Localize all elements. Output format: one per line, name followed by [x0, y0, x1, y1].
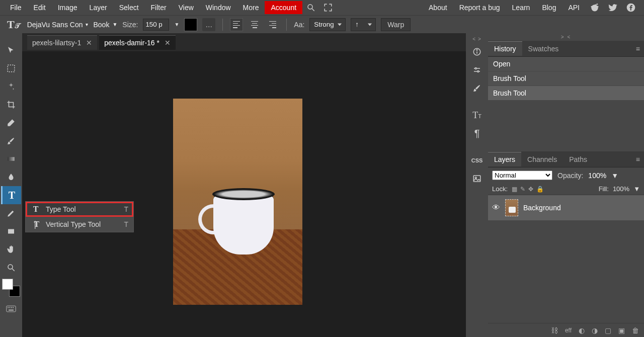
link-blog[interactable]: Blog: [536, 1, 562, 14]
search-icon[interactable]: [302, 1, 319, 14]
color-swap[interactable]: [2, 279, 20, 297]
link-about[interactable]: About: [423, 1, 453, 14]
fullscreen-icon[interactable]: [319, 1, 337, 14]
character-panel-icon[interactable]: TT: [467, 106, 487, 124]
layer-mask-icon[interactable]: ◐: [579, 326, 585, 334]
facebook-icon[interactable]: [622, 1, 640, 15]
collapse-panels-icon[interactable]: > <: [488, 33, 644, 41]
lock-paint-icon[interactable]: ✎: [520, 186, 525, 193]
menu-filter[interactable]: Filter: [145, 1, 173, 14]
history-item[interactable]: Brush Tool: [488, 71, 644, 86]
opacity-caret-icon[interactable]: ▼: [611, 172, 618, 180]
font-size-input[interactable]: [143, 19, 169, 31]
history-item[interactable]: Brush Tool: [488, 86, 644, 101]
zoom-tool[interactable]: [1, 259, 21, 277]
link-layers-icon[interactable]: ⛓: [551, 326, 558, 334]
layer-thumbnail[interactable]: [505, 199, 518, 216]
foreground-color-swatch[interactable]: [2, 279, 13, 290]
blur-tool[interactable]: [1, 168, 21, 186]
close-icon[interactable]: ✕: [165, 39, 171, 47]
tab-channels[interactable]: Channels: [521, 152, 563, 166]
tab-paths[interactable]: Paths: [563, 152, 593, 166]
font-weight-dropdown[interactable]: Book▼: [93, 21, 117, 29]
vertical-type-icon: |T: [31, 220, 41, 229]
type-tool[interactable]: T: [1, 186, 21, 204]
fill-caret-icon[interactable]: ▼: [633, 185, 640, 193]
align-right-button[interactable]: [266, 18, 279, 31]
align-left-button[interactable]: [230, 18, 243, 31]
adjustment-layer-icon[interactable]: ◑: [592, 326, 598, 334]
document-tab-1[interactable]: pexels-damir-16 *✕: [99, 35, 176, 50]
fill-value[interactable]: 100%: [613, 185, 629, 193]
toolbox: T: [0, 33, 22, 337]
collapse-icon[interactable]: < >: [471, 35, 482, 43]
delete-layer-icon[interactable]: 🗑: [632, 326, 639, 334]
menu-view[interactable]: View: [173, 1, 200, 14]
new-layer-icon[interactable]: ▣: [618, 326, 625, 334]
menu-edit[interactable]: Edit: [28, 1, 52, 14]
tab-swatches[interactable]: Swatches: [522, 42, 565, 56]
lock-move-icon[interactable]: ✥: [528, 186, 533, 193]
menu-image[interactable]: Image: [52, 1, 84, 14]
adjustments-panel-icon[interactable]: [467, 61, 487, 79]
text-color-swatch[interactable]: [184, 18, 197, 31]
ctx-vertical-type-tool[interactable]: |T Vertical Type Tool T: [26, 217, 133, 232]
magic-wand-tool[interactable]: [1, 77, 21, 96]
svg-line-1: [312, 9, 314, 11]
marquee-tool[interactable]: [1, 59, 21, 77]
close-icon[interactable]: ✕: [86, 39, 92, 47]
menu-file[interactable]: File: [4, 1, 28, 14]
link-report-bug[interactable]: Report a bug: [453, 1, 506, 14]
menu-window[interactable]: Window: [200, 1, 237, 14]
canvas-image: [173, 99, 302, 305]
link-api[interactable]: API: [562, 1, 586, 14]
paragraph-panel-icon[interactable]: ¶: [467, 124, 487, 142]
tab-layers[interactable]: Layers: [488, 152, 521, 166]
link-learn[interactable]: Learn: [506, 1, 536, 14]
character-panel-button[interactable]: …: [202, 18, 215, 31]
pen-tool[interactable]: [1, 204, 21, 222]
brush-tool[interactable]: [1, 132, 21, 150]
text-direction-select[interactable]: ↑: [351, 18, 376, 31]
opacity-value[interactable]: 100%: [588, 172, 606, 180]
layer-row[interactable]: 👁 Background: [488, 195, 644, 220]
canvas-area[interactable]: T Type Tool T |T Vertical Type Tool T: [22, 51, 466, 337]
layer-effects-button[interactable]: eff: [565, 327, 572, 334]
visibility-icon[interactable]: 👁: [492, 203, 500, 212]
css-panel-icon[interactable]: CSS: [467, 151, 487, 170]
group-layers-icon[interactable]: ▢: [605, 326, 611, 334]
menu-more[interactable]: More: [237, 1, 265, 14]
lock-all-icon[interactable]: 🔒: [536, 186, 544, 193]
hand-tool[interactable]: [1, 240, 21, 259]
fill-label: Fill:: [599, 185, 609, 193]
menu-select[interactable]: Select: [113, 1, 145, 14]
brush-panel-icon[interactable]: [467, 79, 487, 97]
keyboard-icon[interactable]: [1, 300, 21, 318]
twitter-icon[interactable]: [604, 1, 622, 15]
image-panel-icon[interactable]: [467, 170, 487, 188]
layers-panel-header: Layers Channels Paths ≡: [488, 151, 644, 167]
gradient-tool[interactable]: [1, 150, 21, 168]
reddit-icon[interactable]: [586, 1, 604, 15]
lock-transparency-icon[interactable]: ▦: [512, 186, 517, 193]
document-tab-0[interactable]: pexels-lilartsy-1✕: [27, 35, 97, 50]
crop-tool[interactable]: [1, 96, 21, 114]
layer-name[interactable]: Background: [523, 204, 561, 212]
align-center-button[interactable]: [248, 18, 261, 31]
blend-mode-select[interactable]: Normal: [492, 171, 552, 180]
font-size-caret-icon[interactable]: ▼: [174, 22, 179, 27]
menu-layer[interactable]: Layer: [84, 1, 113, 14]
move-tool[interactable]: [1, 41, 21, 59]
menu-account[interactable]: Account: [265, 1, 302, 14]
font-family-dropdown[interactable]: DejaVu Sans Con▾: [27, 21, 89, 29]
ctx-type-tool[interactable]: T Type Tool T: [26, 202, 133, 217]
warp-text-button[interactable]: Warp: [381, 18, 411, 31]
rectangle-tool[interactable]: [1, 222, 21, 240]
eraser-tool[interactable]: [1, 114, 21, 132]
antialias-select[interactable]: Strong: [309, 18, 346, 31]
history-item[interactable]: Open: [488, 57, 644, 71]
info-panel-icon[interactable]: [467, 43, 487, 61]
panel-menu-icon[interactable]: ≡: [632, 153, 644, 165]
panel-menu-icon[interactable]: ≡: [632, 43, 644, 55]
tab-history[interactable]: History: [488, 41, 522, 56]
